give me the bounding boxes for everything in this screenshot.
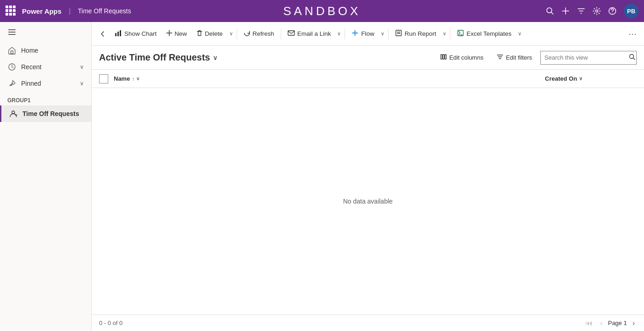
search-box-icon[interactable] [625, 54, 639, 61]
sidebar-toggle[interactable] [0, 22, 91, 42]
svg-rect-8 [8, 32, 16, 33]
show-chart-button[interactable]: Show Chart [110, 27, 161, 41]
search-box [540, 51, 637, 65]
sidebar-item-pinned[interactable]: Pinned ∨ [0, 75, 91, 92]
delete-button[interactable]: Delete [192, 27, 228, 40]
col-name-header[interactable]: Name ↑ ∨ [114, 75, 545, 82]
run-report-button[interactable]: Run Report [390, 27, 441, 41]
refresh-icon [244, 30, 250, 38]
excel-dropdown[interactable]: ∨ [516, 28, 523, 39]
more-options[interactable]: ⋯ [625, 27, 640, 41]
view-header-actions: Edit columns Edit filters [435, 51, 637, 65]
svg-rect-7 [8, 29, 16, 30]
flow-button[interactable]: Flow [347, 27, 379, 41]
search-input[interactable] [541, 54, 625, 61]
sep-2 [281, 28, 281, 39]
edit-columns-button[interactable]: Edit columns [435, 51, 488, 64]
view-title-text: Active Time Off Requests [99, 52, 210, 63]
svg-point-6 [612, 13, 613, 14]
run-report-label: Run Report [405, 30, 436, 37]
svg-rect-14 [115, 33, 117, 36]
table-header: Name ↑ ∨ Created On ∨ [92, 70, 644, 88]
refresh-button[interactable]: Refresh [239, 27, 279, 41]
recent-chevron: ∨ [80, 64, 84, 70]
col-created-header[interactable]: Created On ∨ [545, 75, 637, 82]
edit-columns-icon [440, 53, 447, 62]
prev-page-button[interactable]: ‹ [598, 318, 604, 328]
view-title[interactable]: Active Time Off Requests ∨ [99, 52, 217, 63]
help-icon[interactable] [608, 7, 616, 15]
sidebar-item-recent[interactable]: Recent ∨ [0, 59, 91, 75]
flow-icon [351, 29, 359, 38]
first-page-button[interactable]: ⏮ [583, 318, 594, 328]
edit-filters-button[interactable]: Edit filters [492, 51, 537, 64]
sort-asc-icon: ↑ [132, 76, 134, 82]
delete-label: Delete [205, 30, 223, 37]
flow-dropdown[interactable]: ∨ [379, 28, 386, 39]
svg-rect-9 [8, 34, 16, 35]
sep-5 [450, 28, 450, 39]
delete-icon [196, 30, 203, 38]
svg-rect-20 [396, 30, 401, 36]
excel-templates-button[interactable]: Excel Templates [452, 27, 516, 41]
chart-icon [115, 29, 122, 38]
add-icon[interactable] [561, 7, 570, 15]
filter-icon[interactable] [577, 7, 585, 15]
delete-dropdown[interactable]: ∨ [228, 28, 235, 39]
email-dropdown[interactable]: ∨ [335, 28, 343, 39]
run-report-dropdown[interactable]: ∨ [441, 28, 448, 39]
sort-dropdown-icon[interactable]: ∨ [136, 76, 139, 81]
app-title: Time Off Requests [78, 7, 131, 15]
view-header: Active Time Off Requests ∨ Edit columns [92, 46, 644, 70]
settings-icon[interactable] [593, 7, 601, 15]
svg-line-28 [633, 58, 635, 60]
new-button[interactable]: New [161, 27, 192, 40]
recent-icon [7, 62, 17, 72]
sidebar-item-time-off[interactable]: Time Off Requests [0, 105, 91, 122]
main-layout: Home Recent ∨ Pinned ∨ Group1 [0, 22, 644, 331]
sep-4 [388, 28, 389, 39]
sidebar-item-home[interactable]: Home [0, 42, 91, 59]
topbar-divider: | [69, 7, 71, 15]
new-icon [166, 30, 172, 38]
record-count: 0 - 0 of 0 [99, 320, 122, 326]
brand-label: Power Apps [22, 7, 61, 15]
home-icon [7, 46, 17, 55]
edit-filters-icon [496, 53, 504, 62]
group-label: Group1 [0, 92, 91, 105]
refresh-label: Refresh [253, 30, 274, 37]
svg-rect-15 [117, 32, 119, 36]
table-body: No data available [92, 88, 644, 314]
email-link-button[interactable]: Email a Link [283, 27, 336, 41]
home-label: Home [21, 47, 38, 54]
svg-rect-16 [120, 30, 121, 36]
search-icon[interactable] [546, 7, 554, 15]
svg-rect-26 [445, 55, 446, 59]
col-created-label: Created On [545, 75, 577, 82]
sep-3 [344, 28, 345, 39]
run-report-icon [395, 29, 402, 38]
sidebar: Home Recent ∨ Pinned ∨ Group1 [0, 22, 92, 331]
email-icon [288, 29, 295, 38]
excel-icon [457, 29, 464, 38]
svg-rect-19 [288, 31, 294, 35]
pinned-chevron: ∨ [80, 80, 84, 87]
no-data-message: No data available [343, 198, 393, 205]
recent-label: Recent [21, 63, 41, 71]
user-avatar[interactable]: PB [624, 4, 638, 18]
svg-line-1 [551, 12, 554, 15]
svg-rect-10 [11, 51, 13, 54]
sep-1 [237, 28, 237, 39]
svg-rect-24 [441, 55, 442, 59]
app-grid-icon[interactable] [6, 6, 17, 17]
pinned-label: Pinned [21, 80, 41, 87]
edit-filters-label: Edit filters [506, 54, 532, 61]
col-name-label: Name [114, 75, 130, 82]
time-off-label: Time Off Requests [22, 110, 79, 117]
back-button[interactable] [95, 28, 110, 40]
next-page-button[interactable]: › [631, 318, 637, 328]
footer: 0 - 0 of 0 ⏮ ‹ Page 1 › [92, 314, 644, 331]
created-sort-icon: ∨ [579, 76, 583, 82]
select-all-checkbox[interactable] [99, 74, 108, 83]
excel-templates-label: Excel Templates [466, 30, 511, 37]
